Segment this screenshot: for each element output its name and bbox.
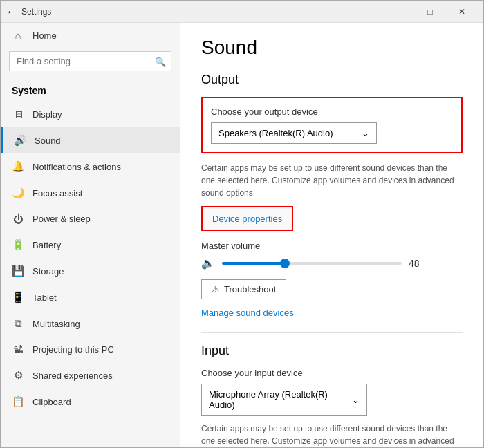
sidebar-item-home[interactable]: ⌂ Home <box>1 23 180 48</box>
manage-sound-devices-link[interactable]: Manage sound devices <box>201 308 463 318</box>
sidebar-item-battery[interactable]: 🔋 Battery <box>1 232 180 258</box>
input-info-text: Certain apps may be set up to use differ… <box>201 422 463 447</box>
output-info-text: Certain apps may be set up to use differ… <box>201 162 463 199</box>
input-section-title: Input <box>201 344 463 358</box>
sidebar-item-projecting[interactable]: 📽 Projecting to this PC <box>1 337 180 362</box>
output-device-box: Choose your output device Speakers (Real… <box>201 97 463 153</box>
output-device-value: Speakers (Realtek(R) Audio) <box>218 128 333 138</box>
shared-icon: ⚙ <box>12 369 24 382</box>
sidebar-item-clipboard[interactable]: 📋 Clipboard <box>1 389 180 415</box>
choose-output-label: Choose your output device <box>211 106 453 117</box>
sidebar-item-label: Tablet <box>32 292 57 303</box>
sidebar-item-label: Sound <box>35 136 61 146</box>
titlebar: ← Settings — □ ✕ <box>1 1 483 23</box>
projecting-icon: 📽 <box>12 344 24 355</box>
sidebar-item-label: Battery <box>32 240 61 250</box>
troubleshoot-button[interactable]: ⚠ Troubleshoot <box>201 279 286 299</box>
content-area: ⌂ Home 🔍 System 🖥 Display 🔊 Sound <box>1 23 483 447</box>
troubleshoot-label: Troubleshoot <box>224 284 276 295</box>
output-section-title: Output <box>201 73 463 87</box>
sidebar-item-label: Multitasking <box>32 319 80 329</box>
sidebar-item-label: Focus assist <box>32 188 82 198</box>
sidebar-item-multitasking[interactable]: ⧉ Multitasking <box>1 310 180 337</box>
titlebar-title: Settings <box>21 7 51 17</box>
volume-fill <box>222 262 285 265</box>
volume-slider[interactable] <box>222 262 402 265</box>
sidebar-item-label: Clipboard <box>32 397 71 407</box>
volume-thumb <box>280 259 290 268</box>
sidebar-item-label: Display <box>32 109 62 120</box>
sidebar-item-label: Storage <box>32 266 64 277</box>
minimize-button[interactable]: — <box>382 1 414 23</box>
volume-value: 48 <box>409 258 429 269</box>
sidebar-item-display[interactable]: 🖥 Display <box>1 102 180 127</box>
warning-icon: ⚠ <box>212 284 220 295</box>
volume-speaker-icon: 🔈 <box>201 256 215 270</box>
section-divider <box>201 332 463 333</box>
input-device-dropdown[interactable]: Microphone Array (Realtek(R) Audio) ⌄ <box>201 384 367 416</box>
close-button[interactable]: ✕ <box>446 1 478 23</box>
sidebar: ⌂ Home 🔍 System 🖥 Display 🔊 Sound <box>1 23 180 447</box>
sidebar-item-label: Home <box>32 30 57 41</box>
search-input[interactable] <box>9 51 171 71</box>
sidebar-search-container: 🔍 <box>9 51 171 71</box>
sidebar-item-label: Projecting to this PC <box>32 344 114 355</box>
sidebar-item-shared[interactable]: ⚙ Shared experiences <box>1 362 180 389</box>
sidebar-item-notifications[interactable]: 🔔 Notifications & actions <box>1 153 180 180</box>
titlebar-left: ← Settings <box>6 6 51 17</box>
maximize-button[interactable]: □ <box>414 1 446 23</box>
focus-icon: 🌙 <box>12 187 24 199</box>
power-icon: ⏻ <box>12 213 24 225</box>
back-icon[interactable]: ← <box>6 6 16 17</box>
device-properties-link[interactable]: Device properties <box>212 214 282 224</box>
input-device-value: Microphone Array (Realtek(R) Audio) <box>209 389 352 410</box>
device-properties-box: Device properties <box>201 206 293 231</box>
clipboard-icon: 📋 <box>12 395 24 408</box>
sidebar-item-label: Power & sleep <box>32 214 91 224</box>
multitasking-icon: ⧉ <box>12 317 24 330</box>
dropdown-chevron-icon: ⌄ <box>362 128 369 138</box>
sidebar-item-label: Shared experiences <box>32 371 113 381</box>
display-icon: 🖥 <box>12 109 24 120</box>
titlebar-controls: — □ ✕ <box>382 1 478 23</box>
main-content: Sound Output Choose your output device S… <box>180 23 483 447</box>
sidebar-item-sound[interactable]: 🔊 Sound <box>1 127 180 153</box>
sidebar-item-storage[interactable]: 💾 Storage <box>1 258 180 284</box>
storage-icon: 💾 <box>12 265 24 277</box>
notifications-icon: 🔔 <box>12 160 24 173</box>
output-device-dropdown[interactable]: Speakers (Realtek(R) Audio) ⌄ <box>211 122 377 144</box>
settings-window: ← Settings — □ ✕ ⌂ Home 🔍 System <box>0 0 484 448</box>
tablet-icon: 📱 <box>12 291 24 304</box>
battery-icon: 🔋 <box>12 239 24 251</box>
input-dropdown-chevron-icon: ⌄ <box>352 395 360 405</box>
home-icon: ⌂ <box>12 30 24 41</box>
sidebar-item-label: Notifications & actions <box>32 162 121 172</box>
master-volume-label: Master volume <box>201 241 463 251</box>
sidebar-item-focus[interactable]: 🌙 Focus assist <box>1 180 180 206</box>
page-title: Sound <box>201 37 463 59</box>
sound-icon: 🔊 <box>14 134 26 147</box>
sidebar-section-title: System <box>1 80 180 102</box>
search-icon: 🔍 <box>155 56 166 66</box>
choose-input-label: Choose your input device <box>201 368 463 378</box>
sidebar-item-tablet[interactable]: 📱 Tablet <box>1 284 180 310</box>
volume-row: 🔈 48 <box>201 256 463 270</box>
sidebar-item-power[interactable]: ⏻ Power & sleep <box>1 206 180 232</box>
